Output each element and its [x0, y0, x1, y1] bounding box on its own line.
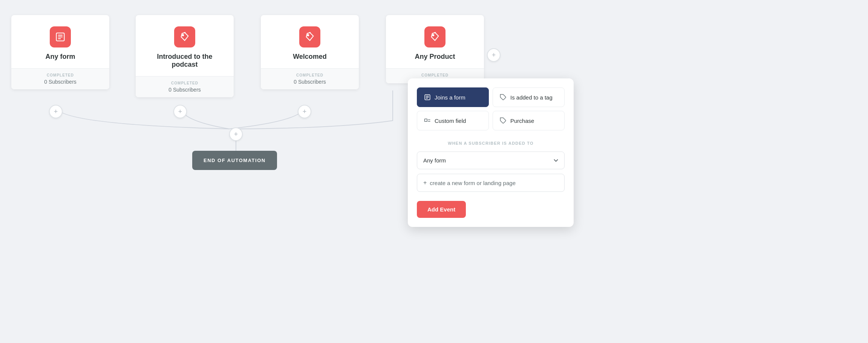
card-header: Any form [11, 15, 109, 68]
card-title: Introduced to the podcast [143, 53, 226, 69]
popup-panel: Joins a form Is added to a tag Custom fi… [408, 78, 574, 227]
create-plus-icon: + [423, 179, 427, 186]
card-welcomed: Welcomed COMPLETED 0 Subscribers [261, 15, 359, 89]
tag-icon-2 [299, 26, 320, 47]
option-custom-field[interactable]: Custom field [417, 111, 489, 130]
card-status: COMPLETED [143, 81, 226, 85]
option-is-added-to-tag[interactable]: Is added to a tag [493, 87, 565, 107]
create-link[interactable]: + create a new form or landing page [417, 174, 565, 192]
card-subscribers: 0 Subscribers [19, 79, 102, 85]
tag-icon [174, 26, 195, 47]
card-footer: COMPLETED 0 Subscribers [136, 76, 234, 97]
option-label: Joins a form [435, 94, 465, 101]
card-header: Introduced to the podcast [136, 15, 234, 76]
end-label: END OF AUTOMATION [204, 158, 266, 163]
svg-point-6 [308, 35, 309, 36]
plus-button-1[interactable]: + [49, 105, 63, 118]
option-label: Is added to a tag [510, 94, 553, 101]
card-any-product: Any Product COMPLETED [386, 15, 484, 83]
card-header: Any Product [386, 15, 484, 68]
end-of-automation: END OF AUTOMATION [192, 151, 277, 170]
svg-point-5 [182, 35, 184, 36]
tag-icon-3 [424, 26, 445, 47]
option-label: Purchase [510, 118, 534, 124]
svg-rect-13 [425, 119, 427, 122]
form-select[interactable]: Any form Specific form [417, 152, 565, 169]
center-plus-button[interactable]: + [229, 127, 243, 141]
popup-options-grid: Joins a form Is added to a tag Custom fi… [417, 87, 565, 130]
card-footer: COMPLETED 0 Subscribers [11, 68, 109, 89]
top-right-plus-button[interactable]: + [487, 48, 501, 62]
card-subscribers: 0 Subscribers [268, 79, 351, 85]
form-icon [50, 26, 71, 47]
plus-button-3[interactable]: + [298, 105, 311, 118]
card-status: COMPLETED [268, 73, 351, 77]
section-title: WHEN A SUBSCRIBER IS ADDED TO [417, 141, 565, 145]
option-label: Custom field [435, 118, 466, 124]
card-title: Any Product [415, 53, 455, 61]
card-footer: COMPLETED 0 Subscribers [261, 68, 359, 89]
card-any-form: Any form COMPLETED 0 Subscribers [11, 15, 109, 89]
card-status: COMPLETED [19, 73, 102, 77]
add-event-button[interactable]: Add Event [417, 201, 466, 218]
card-podcast: Introduced to the podcast COMPLETED 0 Su… [136, 15, 234, 97]
option-joins-form[interactable]: Joins a form [417, 87, 489, 107]
svg-point-7 [433, 35, 434, 36]
option-purchase[interactable]: Purchase [493, 111, 565, 130]
automation-canvas: Any form COMPLETED 0 Subscribers + Intro… [0, 0, 868, 343]
card-header: Welcomed [261, 15, 359, 68]
card-subscribers: 0 Subscribers [143, 87, 226, 93]
card-title: Welcomed [293, 53, 327, 61]
card-status: COMPLETED [393, 73, 476, 77]
create-link-label: create a new form or landing page [430, 180, 516, 186]
card-title: Any form [45, 53, 75, 61]
plus-button-2[interactable]: + [173, 105, 187, 118]
